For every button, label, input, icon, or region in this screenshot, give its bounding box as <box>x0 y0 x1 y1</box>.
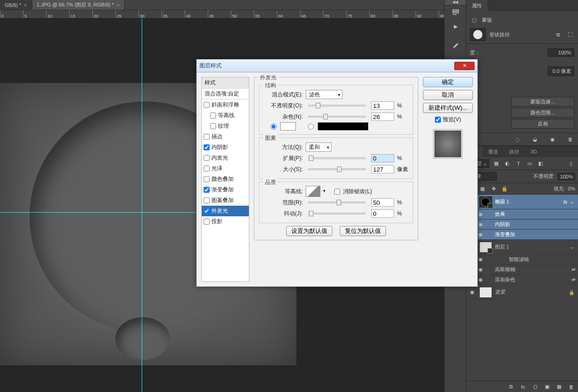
invert-button[interactable]: 反相 <box>512 119 574 129</box>
chevron-down-icon[interactable]: ⌄ <box>570 244 574 250</box>
filter-shape-icon[interactable]: ▭ <box>525 160 534 168</box>
filter-adjust-icon[interactable]: ◐ <box>503 160 512 168</box>
range-slider[interactable] <box>308 202 366 203</box>
close-icon[interactable]: × <box>117 2 120 8</box>
spread-slider[interactable] <box>308 157 366 159</box>
style-item[interactable]: 内发光 <box>202 153 249 163</box>
opacity-input[interactable] <box>371 101 394 110</box>
size-input[interactable] <box>371 165 394 173</box>
dialog-close-button[interactable]: ✕ <box>454 62 475 70</box>
glow-gradient-picker[interactable] <box>318 122 368 131</box>
history-panel-icon[interactable] <box>445 6 467 19</box>
filter-mask-thumb[interactable] <box>495 255 504 264</box>
filter-toggle-icon[interactable]: ▯ <box>567 160 575 168</box>
filter-blend-icon[interactable]: ⇄ <box>572 267 578 272</box>
style-item[interactable]: 光泽 <box>202 163 249 174</box>
style-item[interactable]: 纹理 <box>202 121 249 131</box>
filter-type-icon[interactable]: T <box>514 160 523 168</box>
load-selection-icon[interactable]: ◌ <box>513 135 522 143</box>
visibility-toggle[interactable]: ◉ <box>468 289 476 295</box>
layer-row[interactable]: ◉ 图层 1 ⌄ <box>466 240 578 255</box>
style-checkbox[interactable] <box>204 187 210 193</box>
technique-select[interactable]: 柔和 <box>306 143 331 152</box>
ok-button[interactable]: 确定 <box>423 77 473 87</box>
doc-tab-2[interactable]: 1.JPG @ 66.7% (图层 9, RGB/8) * × <box>32 0 125 10</box>
feather-value[interactable]: 0.0 像素 <box>548 66 574 76</box>
style-checkbox[interactable] <box>204 166 210 172</box>
style-checkbox[interactable] <box>204 208 210 214</box>
layer-thumb[interactable] <box>479 196 492 208</box>
contour-picker[interactable] <box>306 186 320 197</box>
path-select-icon[interactable]: ⛶ <box>566 30 574 39</box>
style-checkbox[interactable] <box>204 144 210 150</box>
effect-row[interactable]: ◉ 内阴影 <box>466 220 578 230</box>
link-layers-icon[interactable]: ⧉ <box>507 383 515 391</box>
style-item[interactable]: 等高线 <box>202 110 249 121</box>
layer-name[interactable]: 背景 <box>495 289 505 296</box>
layer-mask-icon[interactable]: ◻ <box>531 383 539 391</box>
density-value[interactable]: 100% <box>548 48 574 57</box>
eye-icon[interactable]: ◉ <box>548 135 557 143</box>
layer-fx-icon[interactable]: fx <box>519 383 527 391</box>
guide-vertical[interactable] <box>142 18 142 392</box>
shape-ellipse-tail[interactable] <box>115 317 170 360</box>
style-checkbox[interactable] <box>204 197 210 203</box>
cancel-button[interactable]: 取消 <box>423 90 473 100</box>
styles-header[interactable]: 样式 <box>202 77 249 89</box>
close-icon[interactable]: × <box>24 2 27 8</box>
mask-edge-button[interactable]: 蒙版边缘... <box>512 97 574 107</box>
new-style-button[interactable]: 新建样式(W)... <box>423 103 473 113</box>
color-range-button[interactable]: 颜色范围... <box>512 108 574 118</box>
style-item[interactable]: 外发光 <box>202 206 249 216</box>
glow-color-swatch[interactable] <box>280 122 296 131</box>
layer-thumb[interactable] <box>479 287 492 298</box>
spread-input[interactable] <box>371 154 394 162</box>
opacity-field[interactable]: 100% <box>558 173 575 180</box>
layer-row[interactable]: ◉ 椭圆 1 fx ⌄ <box>466 195 578 209</box>
jitter-input[interactable] <box>371 209 394 218</box>
style-checkbox[interactable] <box>204 102 210 108</box>
lock-pixels-icon[interactable]: ▦ <box>478 184 487 193</box>
tab-paths[interactable]: 路径 <box>504 146 525 157</box>
noise-input[interactable] <box>371 113 394 121</box>
style-checkbox[interactable] <box>204 219 210 225</box>
opacity-slider[interactable] <box>308 105 366 107</box>
style-checkbox[interactable] <box>204 155 210 161</box>
make-default-button[interactable]: 设置为默认值 <box>286 226 332 236</box>
style-checkbox[interactable] <box>204 134 210 140</box>
smart-filters-header[interactable]: ◉ 智能滤镜 <box>466 255 578 265</box>
layer-row[interactable]: ◉ 背景 <box>466 285 578 300</box>
doc-tab-1[interactable]: GB/8) * × <box>0 0 32 10</box>
style-checkbox[interactable] <box>204 176 210 182</box>
blend-mode-select[interactable]: 滤色 <box>306 90 343 99</box>
effect-row[interactable]: ◉ 渐变叠加 <box>466 230 578 240</box>
filter-blend-icon[interactable]: ⇄ <box>572 277 578 282</box>
filter-row[interactable]: ◉ 添加杂色 ⇄ <box>466 275 578 285</box>
style-item[interactable]: 图案叠加 <box>202 195 249 206</box>
filter-row[interactable]: ◉ 高斯模糊 ⇄ <box>466 265 578 275</box>
path-ops-icon[interactable]: ⧉ <box>554 30 562 39</box>
style-item[interactable]: 内阴影 <box>202 142 249 153</box>
style-checkbox[interactable] <box>210 113 216 119</box>
antialias-checkbox[interactable] <box>334 189 340 195</box>
new-group-icon[interactable]: ▣ <box>543 383 551 391</box>
fill-field[interactable]: 0% <box>568 186 575 191</box>
layer-thumb[interactable] <box>479 242 492 253</box>
glow-color-radio[interactable] <box>271 124 277 130</box>
tab-properties[interactable]: 属性 <box>466 0 488 11</box>
filter-smart-icon[interactable]: ◧ <box>536 160 545 168</box>
brushes-panel-icon[interactable] <box>445 39 467 53</box>
lock-position-icon[interactable]: ✥ <box>489 184 498 193</box>
trash-icon[interactable]: 🗑 <box>566 135 574 143</box>
apply-mask-icon[interactable]: ◒ <box>531 135 539 143</box>
chevron-down-icon[interactable]: ⌄ <box>570 199 574 205</box>
layer-name[interactable]: 椭圆 1 <box>495 198 509 205</box>
glow-gradient-radio[interactable] <box>308 124 314 130</box>
fx-badge[interactable]: fx <box>563 199 567 205</box>
delete-layer-icon[interactable]: 🗑 <box>567 383 575 391</box>
layer-name[interactable]: 图层 1 <box>495 244 509 250</box>
noise-slider[interactable] <box>308 116 366 118</box>
style-item[interactable]: 斜面和浮雕 <box>202 100 249 110</box>
style-item[interactable]: 颜色叠加 <box>202 174 249 184</box>
tab-channels[interactable]: 通道 <box>482 146 504 157</box>
